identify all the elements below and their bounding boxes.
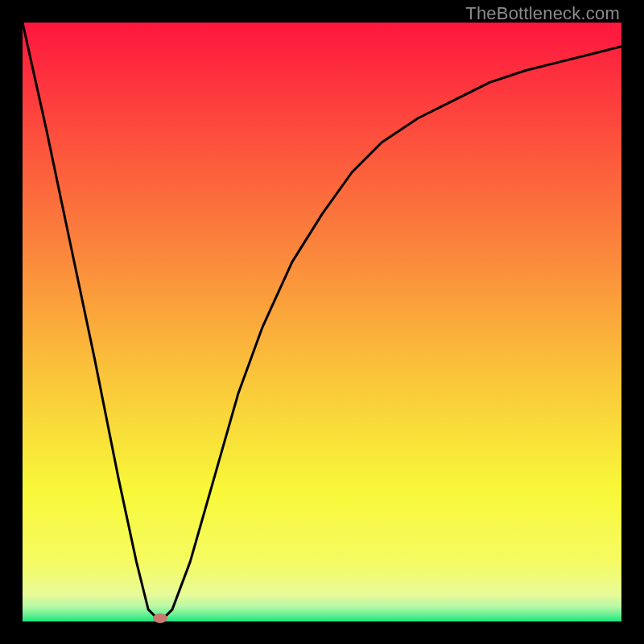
min-marker [153,613,167,623]
watermark-text: TheBottleneck.com [465,3,620,24]
data-curve [23,23,621,621]
plot-area [23,23,621,621]
curve-layer [23,23,621,621]
